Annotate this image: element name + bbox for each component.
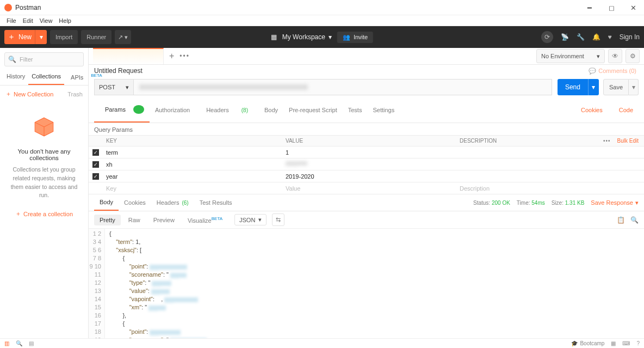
param-checkbox[interactable]: ✓	[92, 149, 99, 156]
bell-icon[interactable]: 🔔	[592, 33, 600, 41]
request-name[interactable]: Untitled Request	[94, 67, 143, 75]
workspace-label: My Workspace	[282, 33, 325, 41]
sidebar-toggle-icon[interactable]: ▥	[4, 340, 9, 346]
workspace-dropdown[interactable]: My Workspace ▾	[282, 33, 332, 41]
save-button[interactable]: Save	[603, 79, 629, 95]
query-params-label: Query Params	[89, 123, 644, 135]
menu-help[interactable]: Help	[55, 17, 75, 24]
copy-icon[interactable]: 📋	[617, 216, 625, 224]
invite-button[interactable]: 👥 Invite	[337, 32, 373, 43]
param-key-placeholder[interactable]: Key	[103, 185, 282, 192]
import-button[interactable]: Import	[50, 30, 78, 44]
create-collection-link[interactable]: ＋Create a collection	[15, 210, 73, 218]
menu-edit[interactable]: Edit	[20, 17, 36, 24]
param-checkbox[interactable]: ✓	[92, 161, 99, 168]
tab-more-button[interactable]: •••	[179, 52, 190, 60]
request-tab[interactable]	[93, 48, 164, 64]
comments-button[interactable]: 💬 Comments (0)	[589, 68, 636, 75]
view-preview[interactable]: Preview	[148, 215, 180, 225]
param-value-input[interactable]: xxxx	[282, 161, 456, 168]
sync-icon[interactable]: ⟳	[541, 31, 553, 43]
wrench-icon[interactable]: 🔧	[577, 33, 585, 41]
param-checkbox[interactable]: ✓	[92, 173, 99, 180]
param-key-input[interactable]: year	[103, 173, 282, 180]
console-icon[interactable]: ▤	[29, 340, 34, 346]
resp-tab-headers[interactable]: Headers (6)	[151, 195, 194, 210]
params-table: KEY VALUE DESCRIPTION ••• Bulk Edit ✓ te…	[89, 135, 644, 194]
window-close-icon[interactable]: ✕	[622, 0, 644, 15]
send-button[interactable]: Send	[558, 79, 588, 95]
environment-quicklook-icon[interactable]: 👁	[608, 49, 622, 63]
window-minimize-icon[interactable]: ━	[579, 0, 600, 15]
url-input[interactable]: xxxxxxxxxxxxxxxxxxxxxxxxxxxxxxxxxxx	[133, 79, 552, 95]
environment-dropdown[interactable]: No Environment ▾	[536, 49, 605, 63]
param-value-placeholder[interactable]: Value	[282, 185, 456, 192]
size-label: Size: 1.31 KB	[552, 200, 585, 206]
new-button-label: New	[18, 33, 32, 41]
runner-button[interactable]: Runner	[81, 30, 112, 44]
layout-icon[interactable]: ▦	[611, 340, 616, 346]
params-more-icon[interactable]: •••	[603, 138, 611, 144]
param-value-input[interactable]: 1	[282, 149, 456, 156]
cookies-link[interactable]: Cookies	[575, 102, 608, 118]
tab-authorization[interactable]: Authorization	[150, 102, 195, 118]
format-dropdown[interactable]: JSON▾	[234, 214, 267, 225]
new-button[interactable]: ＋ New	[4, 30, 35, 44]
trash-link[interactable]: Trash	[67, 91, 83, 97]
empty-title: You don't have any collections	[8, 148, 81, 161]
save-response-link[interactable]: Save Response ▾	[591, 199, 639, 206]
empty-desc: Collections let you group related reques…	[8, 166, 81, 200]
response-body[interactable]: 1 2 3 4 5 6 7 8 9 10 11 12 13 14 15 16 1…	[89, 229, 644, 338]
window-titlebar: Postman ━ ◻ ✕	[0, 0, 644, 15]
bootcamp-link[interactable]: 🎓Bootcamp	[571, 340, 604, 346]
bulk-edit-link[interactable]: Bulk Edit	[617, 138, 639, 144]
resp-tab-tests[interactable]: Test Results	[194, 195, 238, 210]
resp-tab-cookies[interactable]: Cookies	[119, 195, 151, 210]
filter-input[interactable]: 🔍 Filter	[4, 52, 84, 66]
param-desc-placeholder[interactable]: Description	[456, 185, 644, 192]
settings-gear-icon[interactable]: ⚙	[626, 49, 640, 63]
view-visualize[interactable]: VisualizeBETA	[182, 214, 228, 226]
tab-settings[interactable]: Settings	[367, 102, 400, 118]
sidebar-tab-collections[interactable]: Collections	[28, 69, 64, 85]
sidebar-tab-history[interactable]: History	[3, 69, 28, 85]
save-dropdown[interactable]: ▾	[629, 79, 639, 95]
satellite-icon[interactable]: 📡	[561, 33, 569, 41]
signin-button[interactable]: Sign In	[620, 33, 640, 41]
method-dropdown[interactable]: POST ▾	[94, 79, 133, 95]
view-raw[interactable]: Raw	[123, 215, 146, 225]
keyboard-icon[interactable]: ⌨	[622, 340, 630, 346]
param-key-input[interactable]: xh	[103, 161, 282, 168]
tab-prerequest[interactable]: Pre-request Script	[283, 102, 343, 118]
find-icon[interactable]: 🔍	[16, 340, 22, 346]
view-pretty[interactable]: Pretty	[94, 215, 121, 225]
search-icon[interactable]: 🔍	[630, 216, 639, 224]
add-tab-button[interactable]: +	[169, 51, 174, 61]
tab-body[interactable]: Body	[259, 102, 283, 118]
heart-icon[interactable]: ♥	[608, 33, 612, 41]
new-collection-button[interactable]: ＋New Collection	[5, 90, 53, 98]
new-dropdown[interactable]: ▾	[35, 30, 47, 44]
chevron-down-icon: ▾	[329, 33, 332, 41]
code-body: { "term": 1, "xskscj": [ { "point": xxx …	[105, 229, 212, 338]
window-maximize-icon[interactable]: ◻	[600, 0, 622, 15]
param-key-input[interactable]: term	[103, 149, 282, 156]
open-new-button[interactable]: ↗ ▾	[115, 30, 131, 44]
tab-headers[interactable]: Headers (8)	[195, 102, 259, 118]
tab-params[interactable]: Params	[94, 97, 150, 123]
menu-file[interactable]: File	[3, 17, 20, 24]
menubar: File Edit View Help	[0, 15, 644, 26]
menu-view[interactable]: View	[36, 17, 56, 24]
col-key-header: KEY	[103, 138, 282, 144]
param-value-input[interactable]: 2019-2020	[282, 173, 456, 180]
code-link[interactable]: Code	[614, 102, 639, 118]
wrap-toggle-icon[interactable]: ⇆	[272, 213, 284, 226]
workspace-grid-icon: ▦	[271, 33, 277, 41]
plus-icon: ＋	[8, 32, 15, 42]
window-title: Postman	[15, 4, 41, 11]
help-icon[interactable]: ?	[636, 340, 640, 346]
resp-tab-body[interactable]: Body	[94, 194, 119, 211]
send-dropdown[interactable]: ▾	[588, 79, 599, 95]
time-label: Time: 54ms	[517, 200, 545, 206]
tab-tests[interactable]: Tests	[343, 102, 368, 118]
